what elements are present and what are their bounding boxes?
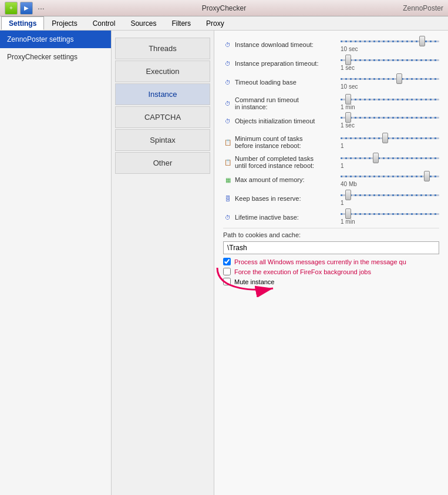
slider-input-memory[interactable] <box>341 172 439 180</box>
setting-label-prep-timeout: Instance preparation timeout: <box>235 60 318 67</box>
setting-row-cmd-timeout: ⏱ Command run timeout in instance: 1 min <box>223 93 439 110</box>
app-title-right: ZennoPoster <box>403 4 443 12</box>
slider-input-prep-timeout[interactable] <box>341 56 439 64</box>
nav-item-threads[interactable]: Threads <box>115 38 210 59</box>
slider-value-obj-timeout: 1 sec <box>341 122 439 129</box>
setting-label-memory: Max amount of memory: <box>235 176 305 183</box>
slider-loading-timeout: 10 sec <box>341 75 439 90</box>
checkbox-row-2: Force the execution of FireFox backgroun… <box>223 268 439 275</box>
settings-panel: ⏱ Instance download timeout: 10 sec ⏱ In… <box>214 31 448 495</box>
slider-value-prep-timeout: 1 sec <box>341 65 439 71</box>
slider-download-timeout: 10 sec <box>341 37 439 52</box>
slider-value-bases-reserve: 1 <box>341 200 439 206</box>
play-button[interactable]: ▶ <box>20 2 33 15</box>
db-icon: 🗄 <box>223 194 233 203</box>
setting-row-loading-timeout: ⏱ Timeout loading base 10 sec <box>223 74 439 90</box>
tab-sources[interactable]: Sources <box>123 16 164 30</box>
slider-input-cmd-timeout[interactable] <box>341 95 439 103</box>
tab-control[interactable]: Control <box>85 16 123 30</box>
slider-bases-reserve: 1 <box>341 191 439 206</box>
setting-label-min-tasks: Minimum count of tasks before instance r… <box>235 135 303 149</box>
slider-input-bases-reserve[interactable] <box>341 191 439 199</box>
slider-lifetime: 1 min <box>341 210 439 225</box>
slider-value-memory: 40 Mb <box>341 181 439 187</box>
nav-item-other[interactable]: Other <box>115 152 210 174</box>
sidebar: ZennoPoster settings ProxyChecker settin… <box>0 31 112 495</box>
setting-row-min-tasks: 📋 Minimum count of tasks before instance… <box>223 132 439 149</box>
tab-settings[interactable]: Settings <box>1 16 44 30</box>
list-icon-2: 📋 <box>223 157 233 167</box>
slider-value-download-timeout: 10 sec <box>341 46 439 52</box>
slider-memory: 40 Mb <box>341 172 439 187</box>
slider-input-download-timeout[interactable] <box>341 37 439 45</box>
divider-1 <box>223 228 439 228</box>
slider-cmd-timeout: 1 min <box>341 95 439 110</box>
setting-label-cmd-timeout: Command run timeout in instance: <box>235 96 299 110</box>
title-bar: + ▶ ··· ProxyChecker ZennoPoster <box>0 0 448 16</box>
slider-forced-reboot: 1 <box>341 154 439 169</box>
memory-icon: ▦ <box>223 175 233 184</box>
main-layout: ZennoPoster settings ProxyChecker settin… <box>0 31 448 495</box>
slider-value-loading-timeout: 10 sec <box>341 83 439 90</box>
slider-value-lifetime: 1 min <box>341 218 439 225</box>
setting-row-lifetime: ⏱ Lifetime inactive base: 1 min <box>223 209 439 225</box>
list-icon-1: 📋 <box>223 137 233 147</box>
nav-item-instance[interactable]: Instance <box>115 83 210 105</box>
setting-label-obj-timeout: Objects initialization timeout <box>235 117 315 124</box>
checkbox-label-mute-instance: Mute instance <box>234 278 274 285</box>
checkbox-windows-messages[interactable] <box>223 258 231 265</box>
path-input[interactable]: \Trash <box>223 241 439 254</box>
checkbox-row-3: Mute instance <box>223 278 439 285</box>
slider-value-min-tasks: 1 <box>341 143 439 149</box>
setting-row-bases-reserve: 🗄 Keep bases in reserve: 1 <box>223 190 439 207</box>
setting-row-memory: ▦ Max amount of memory: 40 Mb <box>223 171 439 188</box>
timer-icon-6: ⏱ <box>223 213 233 222</box>
setting-label-loading-timeout: Timeout loading base <box>235 79 297 86</box>
slider-input-loading-timeout[interactable] <box>341 75 439 83</box>
slider-input-min-tasks[interactable] <box>341 134 439 142</box>
path-label-text: Path to cookies and cache: <box>223 231 301 238</box>
nav-item-spintax[interactable]: Spintax <box>115 129 210 151</box>
checkbox-mute-instance[interactable] <box>223 278 231 285</box>
timer-icon-4: ⏱ <box>223 99 233 108</box>
setting-label-lifetime: Lifetime inactive base: <box>235 214 299 221</box>
content-area: Threads Execution Instance CAPTCHA Spint… <box>112 31 448 495</box>
timer-icon-5: ⏱ <box>223 116 233 126</box>
slider-prep-timeout: 1 sec <box>341 56 439 71</box>
tab-proxy[interactable]: Proxy <box>198 16 232 30</box>
tab-projects[interactable]: Projects <box>44 16 85 30</box>
setting-label-bases-reserve: Keep bases in reserve: <box>235 195 301 202</box>
slider-min-tasks: 1 <box>341 134 439 149</box>
timer-icon-3: ⏱ <box>223 78 233 87</box>
path-label: Path to cookies and cache: <box>223 231 439 239</box>
slider-input-lifetime[interactable] <box>341 210 439 218</box>
add-button[interactable]: + <box>5 2 18 15</box>
checkbox-label-firefox-jobs: Force the execution of FireFox backgroun… <box>234 268 371 275</box>
checkbox-firefox-jobs[interactable] <box>223 268 231 275</box>
checkbox-label-windows-messages: Process all Windows messages currently i… <box>234 258 406 265</box>
timer-icon-2: ⏱ <box>223 59 233 68</box>
setting-row-download-timeout: ⏱ Instance download timeout: 10 sec <box>223 36 439 53</box>
slider-input-forced-reboot[interactable] <box>341 154 439 162</box>
setting-row-forced-reboot: 📋 Number of completed tasks until forced… <box>223 151 439 169</box>
timer-icon-1: ⏱ <box>223 40 233 49</box>
slider-input-obj-timeout[interactable] <box>341 113 439 122</box>
nav-item-captcha[interactable]: CAPTCHA <box>115 106 210 128</box>
left-nav: Threads Execution Instance CAPTCHA Spint… <box>112 31 214 495</box>
setting-label-forced-reboot: Number of completed tasks until forced i… <box>235 155 314 169</box>
sidebar-item-proxychecker[interactable]: ProxyChecker settings <box>0 48 111 66</box>
setting-row-prep-timeout: ⏱ Instance preparation timeout: 1 sec <box>223 55 439 72</box>
menu-bar: Settings Projects Control Sources Filter… <box>0 16 448 31</box>
more-button[interactable]: ··· <box>38 4 45 13</box>
slider-obj-timeout: 1 sec <box>341 113 439 129</box>
setting-label-download-timeout: Instance download timeout: <box>235 41 314 48</box>
setting-row-obj-timeout: ⏱ Objects initialization timeout 1 sec <box>223 113 439 129</box>
slider-value-forced-reboot: 1 <box>341 163 439 169</box>
toolbar-icons: + ▶ ··· <box>5 2 45 15</box>
app-title: ProxyChecker <box>202 4 246 12</box>
nav-item-execution[interactable]: Execution <box>115 60 210 82</box>
slider-value-cmd-timeout: 1 min <box>341 104 439 110</box>
sidebar-item-zennoposter[interactable]: ZennoPoster settings <box>0 31 111 48</box>
tab-filters[interactable]: Filters <box>164 16 198 30</box>
checkbox-row-1: Process all Windows messages currently i… <box>223 258 439 265</box>
